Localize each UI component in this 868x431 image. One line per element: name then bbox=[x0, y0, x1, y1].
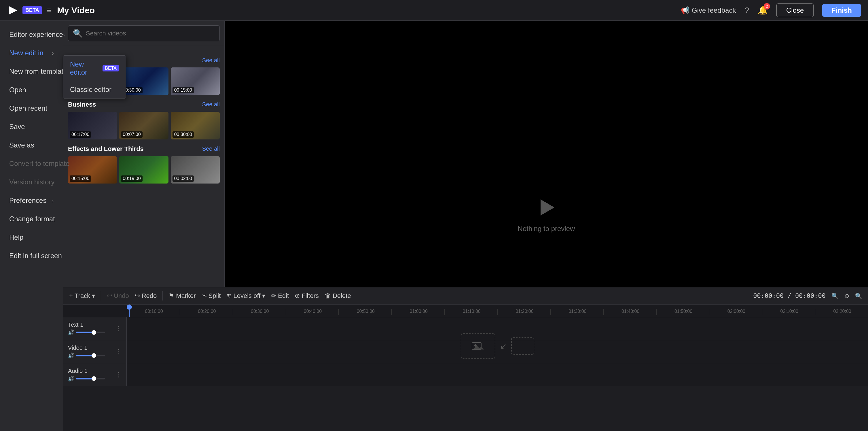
feedback-label: Give feedback bbox=[692, 6, 736, 14]
menu-item-open[interactable]: Open bbox=[0, 81, 63, 99]
thumb-duration: 00:17:00 bbox=[70, 131, 91, 138]
preview-play-icon bbox=[535, 196, 558, 219]
chevron-right-icon: › bbox=[63, 31, 65, 38]
thumb-duration: 00:19:00 bbox=[121, 176, 142, 182]
nothing-to-preview-label: Nothing to preview bbox=[518, 225, 575, 233]
thumb-duration: 00:30:00 bbox=[173, 131, 194, 138]
track-button[interactable]: + Track ▾ bbox=[69, 292, 95, 300]
timeline-ruler: 00:10:00 00:20:00 00:30:00 00:40:00 00:5… bbox=[63, 305, 868, 317]
menu-item-save[interactable]: Save bbox=[0, 118, 63, 136]
track-content-video1: ↙ Drag and drop media from the library a… bbox=[127, 340, 868, 363]
business-see-all[interactable]: See all bbox=[202, 101, 220, 108]
search-input-wrap: 🔍 bbox=[68, 25, 220, 41]
ruler-mark: 01:10:00 bbox=[444, 309, 497, 315]
ruler-mark: 00:10:00 bbox=[127, 309, 180, 315]
track-icon: + bbox=[69, 292, 73, 300]
volume-thumb[interactable] bbox=[92, 330, 96, 335]
notifications-icon[interactable]: 🔔 2 bbox=[758, 5, 768, 15]
effects-title: Effects and Lower Thirds bbox=[68, 145, 144, 153]
thumb-laptop[interactable]: 00:30:00 bbox=[171, 112, 220, 140]
marker-icon: ⚑ bbox=[168, 292, 174, 300]
give-feedback-button[interactable]: 📢 Give feedback bbox=[681, 6, 736, 14]
track-label-audio1: Audio 1 🔊 ⋮ bbox=[63, 363, 127, 386]
marker-button[interactable]: ⚑ Marker bbox=[168, 292, 195, 300]
trash-icon: 🗑 bbox=[324, 292, 331, 300]
track-menu-button-text1[interactable]: ⋮ bbox=[116, 325, 122, 333]
filters-button[interactable]: ⊕ Filters bbox=[294, 292, 319, 300]
thumb-green[interactable]: 00:19:00 bbox=[119, 156, 168, 184]
thumb-sunset[interactable]: 00:15:00 bbox=[68, 156, 117, 184]
finish-button[interactable]: Finish bbox=[822, 4, 861, 17]
close-button[interactable]: Close bbox=[776, 3, 813, 17]
search-input[interactable] bbox=[86, 30, 215, 37]
playhead-dot bbox=[127, 305, 132, 310]
menu-item-new-edit-in[interactable]: New edit in › bbox=[0, 44, 63, 62]
track-menu-button-video1[interactable]: ⋮ bbox=[116, 348, 122, 356]
volume-thumb[interactable] bbox=[92, 376, 96, 381]
levels-button[interactable]: ≋ Levels off ▾ bbox=[226, 292, 265, 300]
ruler-mark: 02:10:00 bbox=[762, 309, 815, 315]
drop-arrow-icon: ↙ bbox=[500, 341, 506, 351]
svg-marker-1 bbox=[540, 199, 554, 216]
ruler-mark: 01:30:00 bbox=[550, 309, 603, 315]
topbar: BETA ≡ My Video 📢 Give feedback ? 🔔 2 Cl… bbox=[0, 0, 868, 21]
topbar-actions: 📢 Give feedback ? 🔔 2 Close Finish bbox=[681, 3, 861, 17]
help-icon[interactable]: ? bbox=[744, 6, 749, 15]
search-bar: 🔍 bbox=[63, 21, 224, 46]
menu-item-open-recent[interactable]: Open recent bbox=[0, 99, 63, 118]
track-label-text1: Text 1 🔊 ⋮ bbox=[63, 317, 127, 340]
track-label-col: Audio 1 🔊 bbox=[68, 368, 112, 382]
ruler-mark: 00:50:00 bbox=[338, 309, 392, 315]
business-section-header: Business See all bbox=[68, 101, 220, 108]
edit-button[interactable]: ✏ Edit bbox=[271, 292, 289, 300]
thumb-duration: 00:02:00 bbox=[173, 176, 194, 182]
volume-slider-text1[interactable] bbox=[76, 332, 105, 333]
ruler-mark: 00:30:00 bbox=[233, 309, 286, 315]
thumb-smoke[interactable]: 00:02:00 bbox=[171, 156, 220, 184]
menu-item-preferences[interactable]: Preferences › bbox=[0, 191, 63, 210]
submenu-item-classic-editor[interactable]: Classic editor bbox=[63, 81, 126, 98]
animals-see-all[interactable]: See all bbox=[202, 57, 220, 64]
hamburger-icon[interactable]: ≡ bbox=[46, 6, 51, 15]
menu-item-change-format[interactable]: Change format bbox=[0, 210, 63, 228]
thumb-handshake[interactable]: 00:07:00 bbox=[119, 112, 168, 140]
submenu-item-new-editor[interactable]: New editor BETA bbox=[63, 56, 126, 81]
redo-icon: ↪ bbox=[135, 292, 140, 300]
zoom-slider[interactable]: ⊙ bbox=[844, 293, 849, 299]
menu-item-version-history: Version history bbox=[0, 173, 63, 191]
zoom-in-icon[interactable]: 🔍 bbox=[855, 293, 862, 299]
undo-button: ↩ Undo bbox=[107, 292, 129, 300]
volume-icon: 🔊 bbox=[68, 352, 74, 359]
beta-badge-submenu: BETA bbox=[102, 65, 119, 71]
levels-icon: ≋ bbox=[226, 292, 231, 300]
track-label-col: Text 1 🔊 bbox=[68, 321, 112, 336]
toolbar-divider bbox=[101, 291, 101, 301]
ruler-mark: 01:20:00 bbox=[497, 309, 550, 315]
effects-see-all[interactable]: See all bbox=[202, 146, 220, 152]
menu-item-convert-to-template: Convert to template bbox=[0, 154, 63, 173]
redo-button[interactable]: ↪ Redo bbox=[135, 292, 157, 300]
zoom-out-icon[interactable]: 🔍 bbox=[831, 293, 839, 299]
chevron-down-icon: ▾ bbox=[92, 292, 95, 300]
thumb-eagle[interactable]: 00:15:00 bbox=[171, 67, 220, 95]
menu-item-new-from-template[interactable]: New from template bbox=[0, 62, 63, 81]
effects-section-header: Effects and Lower Thirds See all bbox=[68, 145, 220, 153]
volume-thumb[interactable] bbox=[92, 353, 96, 358]
drop-zone-icon bbox=[461, 333, 495, 359]
track-label-col: Video 1 🔊 bbox=[68, 345, 112, 359]
volume-slider-audio1[interactable] bbox=[76, 378, 105, 379]
menu-item-edit-in-full-screen[interactable]: Edit in full screen bbox=[0, 247, 63, 265]
thumb-fish[interactable]: 00:30:00 bbox=[119, 67, 168, 95]
thumb-duration: 00:15:00 bbox=[70, 176, 91, 182]
track-menu-button-audio1[interactable]: ⋮ bbox=[116, 371, 122, 378]
split-button[interactable]: ✂ Split bbox=[202, 292, 221, 300]
menu-item-editor-experience[interactable]: Editor experience › bbox=[0, 25, 63, 44]
menu-item-help[interactable]: Help bbox=[0, 228, 63, 247]
volume-slider-video1[interactable] bbox=[76, 355, 105, 357]
thumb-meeting[interactable]: 00:17:00 bbox=[68, 112, 117, 140]
track-row-audio1: Audio 1 🔊 ⋮ bbox=[63, 363, 868, 386]
delete-button[interactable]: 🗑 Delete bbox=[324, 292, 351, 300]
thumb-duration: 00:07:00 bbox=[121, 131, 142, 138]
menu-item-save-as[interactable]: Save as bbox=[0, 136, 63, 154]
track-name-audio1: Audio 1 bbox=[68, 368, 112, 374]
